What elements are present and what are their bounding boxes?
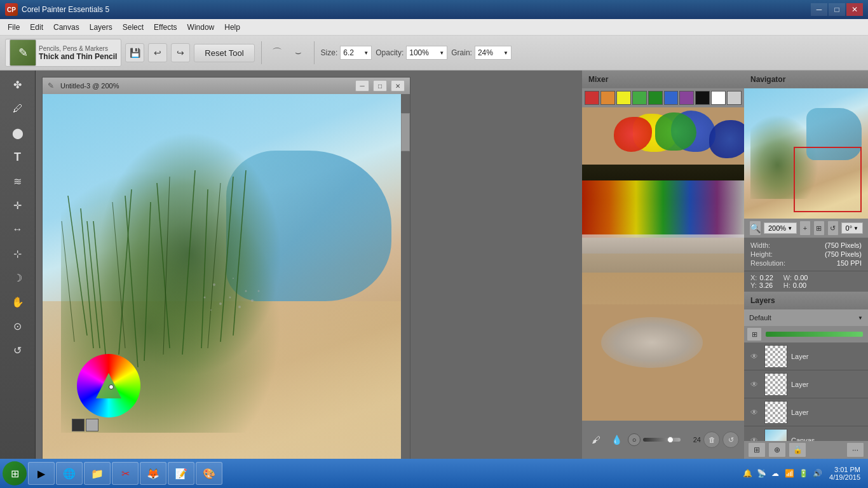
scissors-icon: ✂ (116, 464, 134, 482)
taskbar-explorer[interactable]: 📁 (84, 462, 111, 485)
menu-effects[interactable]: Effects (149, 21, 182, 34)
layers-add-group-btn[interactable]: ⊞ (748, 442, 766, 458)
eraser-tool-btn[interactable]: ≋ (5, 170, 31, 193)
warp-tool-btn[interactable]: ☽ (5, 266, 31, 289)
close-button[interactable]: ✕ (846, 3, 863, 16)
size-input[interactable]: 6.2 ▼ (340, 46, 372, 60)
layer-visibility-1[interactable]: 👁 (748, 350, 761, 363)
layer-item-canvas[interactable]: 👁 Canvas (744, 426, 868, 441)
layers-nav-section: Navigator 🔍 200% ▼ + ⊞ ↺ (744, 71, 868, 459)
menu-help[interactable]: Help (219, 21, 245, 34)
explorer-icon: 📁 (88, 464, 106, 482)
taskbar-browser[interactable]: 🌐 (56, 462, 83, 485)
mixer-slider-track[interactable] (643, 438, 681, 442)
mixer-trash-btn[interactable]: 🗑 (703, 431, 720, 448)
zoom-tool-btn[interactable]: ⊙ (5, 315, 31, 337)
taskbar-firefox[interactable]: 🦊 (140, 462, 166, 485)
swatch-yellow[interactable] (616, 91, 631, 105)
menu-window[interactable]: Window (182, 21, 220, 34)
redo-button[interactable]: ↪ (171, 43, 190, 62)
color-wheel-area (77, 354, 147, 424)
mixer-canvas[interactable] (582, 107, 744, 421)
doc-minimize-btn[interactable]: ─ (355, 80, 369, 92)
doc-close-btn[interactable]: ✕ (391, 80, 405, 92)
swatch-orange[interactable] (600, 91, 615, 105)
navigator-preview[interactable] (744, 88, 868, 219)
nav-rotate-btn[interactable]: ↺ (827, 220, 839, 236)
maximize-button[interactable]: □ (829, 3, 845, 16)
hand-tool-btn[interactable]: ✋ (5, 290, 31, 313)
layers-composite-btn[interactable]: ⊞ (747, 327, 762, 341)
swatch-black[interactable] (695, 91, 710, 105)
taskbar-scissors[interactable]: ✂ (112, 462, 139, 485)
start-button[interactable]: ⊞ (3, 461, 27, 485)
text-tool-btn[interactable]: T (5, 146, 31, 168)
layer-visibility-2[interactable]: 👁 (748, 378, 761, 391)
menu-file[interactable]: File (3, 21, 25, 34)
swatch-darkgreen[interactable] (648, 91, 663, 105)
rotate-tool-btn[interactable]: ↺ (5, 339, 31, 362)
layers-duplicate-btn[interactable]: ⊕ (768, 442, 786, 458)
brush-variant-2[interactable]: ⌣ (290, 44, 308, 62)
mixer-reset-btn[interactable]: ↺ (722, 431, 739, 448)
navigator-title: Navigator (750, 75, 785, 84)
document-title: Untitled-3 @ 200% (60, 82, 351, 90)
brush-variant-1[interactable]: ⌒ (268, 44, 286, 62)
notes-icon: 📝 (172, 464, 190, 482)
color-wheel[interactable] (77, 354, 140, 417)
dropper-tool-btn[interactable]: 🖊 (5, 97, 31, 120)
paint-bucket-btn[interactable]: ⬤ (5, 121, 31, 144)
layer-item-2[interactable]: 👁 Layer (744, 370, 868, 398)
nav-zoom-fit-btn[interactable]: ⊞ (813, 220, 825, 236)
layers-lock-btn[interactable]: 🔒 (789, 442, 806, 458)
navigator-header: Navigator (744, 71, 868, 88)
mixer-dropper-btn[interactable]: 💧 (607, 431, 625, 449)
doc-maximize-btn[interactable]: □ (373, 80, 387, 92)
system-tray: 🔔 📡 ☁ 📶 🔋 🔊 (742, 468, 823, 479)
selection-tool-btn[interactable]: ✤ (5, 73, 31, 96)
crop-tool-btn[interactable]: ⊹ (5, 242, 31, 265)
minimize-button[interactable]: ─ (811, 3, 827, 16)
taskbar-media-player[interactable]: ▶ (28, 462, 55, 485)
menu-edit[interactable]: Edit (25, 21, 48, 34)
taskbar-notes[interactable]: 📝 (168, 462, 194, 485)
swatch-purple[interactable] (679, 91, 694, 105)
menu-canvas[interactable]: Canvas (48, 21, 85, 34)
mix-stroke-sand (582, 254, 744, 304)
taskbar-painter[interactable]: 🎨 (196, 462, 222, 485)
mix-blob-darkblue (709, 120, 744, 158)
layer-thumbnail-1 (764, 345, 787, 368)
layer-thumbnail-3 (764, 401, 787, 424)
vertical-scrollbar[interactable] (401, 94, 410, 459)
swatch-green[interactable] (632, 91, 647, 105)
mixer-brush-btn[interactable]: 🖌 (587, 431, 605, 449)
swatch-red[interactable] (585, 91, 599, 105)
transform-tool-btn[interactable]: ✛ (5, 194, 31, 217)
undo-button[interactable]: ↩ (148, 43, 167, 62)
opacity-input[interactable]: 100% ▼ (406, 46, 447, 60)
browser-icon: 🌐 (60, 464, 78, 482)
tool-name: Thick and Thin Pencil (39, 52, 117, 61)
layers-more-btn[interactable]: ··· (846, 442, 864, 458)
scrollbar-thumb-v[interactable] (401, 113, 410, 151)
nav-zoom-in-btn[interactable]: + (799, 220, 811, 236)
background-color[interactable] (86, 419, 98, 431)
menu-select[interactable]: Select (118, 21, 149, 34)
layers-opacity-slider[interactable] (766, 332, 863, 337)
move-tool-btn[interactable]: ↔ (5, 218, 31, 241)
swatch-blue[interactable] (664, 91, 679, 105)
layers-default-dropdown[interactable]: Default ▼ (744, 309, 868, 326)
swatch-white[interactable] (711, 91, 726, 105)
layer-item-3[interactable]: 👁 Layer (744, 398, 868, 426)
swatch-lightgray[interactable] (727, 91, 742, 105)
menu-layers[interactable]: Layers (85, 21, 118, 34)
mixer-blend-btn[interactable]: ○ (628, 433, 641, 446)
reset-tool-button[interactable]: Reset Tool (194, 44, 254, 62)
layer-visibility-3[interactable]: 👁 (748, 406, 761, 419)
nav-zoom-out-btn[interactable]: 🔍 (749, 220, 761, 236)
save-button[interactable]: 💾 (125, 43, 144, 62)
layer-visibility-canvas[interactable]: 👁 (748, 434, 761, 442)
layer-item-1[interactable]: 👁 Layer (744, 342, 868, 370)
grain-input[interactable]: 24% ▼ (475, 46, 512, 60)
foreground-color[interactable] (72, 419, 85, 431)
